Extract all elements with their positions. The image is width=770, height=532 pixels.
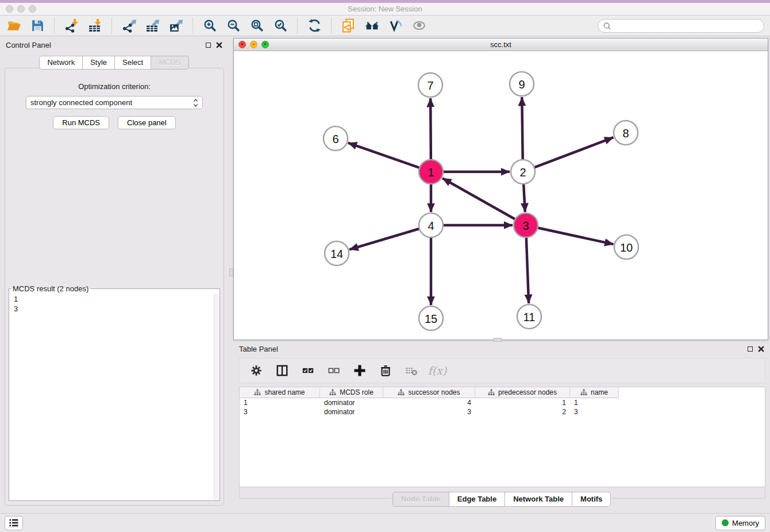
- criterion-select[interactable]: strongly connected component: [26, 96, 203, 109]
- export-table-button[interactable]: [144, 18, 160, 34]
- select-all-icon: [302, 364, 314, 377]
- splitter-grip-vertical[interactable]: [229, 268, 233, 276]
- column-header-MCDS-role[interactable]: MCDS role: [320, 387, 383, 398]
- column-header-predecessor-nodes[interactable]: predecessor nodes: [475, 387, 570, 398]
- style-swoosh-button[interactable]: [387, 18, 403, 34]
- export-image-button[interactable]: [168, 18, 184, 34]
- control-panel-header: Control Panel: [0, 38, 228, 52]
- table-cell: 2: [475, 407, 570, 417]
- mcds-result-lines[interactable]: 13: [9, 293, 220, 315]
- delete-column-button[interactable]: [378, 363, 393, 378]
- tab-node-table[interactable]: Node Table: [392, 492, 449, 507]
- plus-icon: [353, 364, 367, 377]
- import-network-icon: [64, 18, 79, 33]
- search-input[interactable]: [614, 21, 759, 31]
- tab-network-table[interactable]: Network Table: [505, 492, 572, 507]
- node-label-14: 14: [330, 248, 343, 260]
- add-column-button[interactable]: [352, 363, 367, 378]
- edge-3-1[interactable]: [442, 178, 516, 219]
- tab-mcds[interactable]: MCDS: [151, 56, 188, 70]
- close-table-panel-icon[interactable]: [758, 346, 764, 352]
- edge-1-7[interactable]: [430, 98, 431, 160]
- refresh-button[interactable]: [306, 18, 322, 34]
- close-panel-button[interactable]: Close panel: [118, 116, 176, 129]
- column-header-successor-nodes[interactable]: successor nodes: [383, 387, 475, 398]
- table-settings-button[interactable]: [249, 363, 264, 378]
- function-builder-button[interactable]: f(x): [430, 363, 445, 378]
- tab-edge-table[interactable]: Edge Table: [449, 492, 505, 507]
- split-view-button[interactable]: [275, 363, 290, 378]
- tab-motifs[interactable]: Motifs: [572, 492, 611, 507]
- run-mcds-button[interactable]: Run MCDS: [53, 116, 109, 129]
- network-canvas[interactable]: 7968124314101511: [234, 52, 768, 340]
- column-type-icon: [329, 389, 336, 396]
- node-label-4: 4: [428, 219, 434, 232]
- save-session-button[interactable]: [29, 18, 45, 34]
- node-label-1: 1: [428, 166, 434, 179]
- delete-table-icon: [405, 364, 418, 377]
- splitter-grip-horizontal[interactable]: [494, 338, 502, 342]
- network-window-title: scc.txt: [234, 40, 768, 49]
- result-scrollbar[interactable]: [214, 294, 219, 500]
- close-panel-icon[interactable]: [216, 42, 222, 48]
- window-close-button[interactable]: ×: [238, 41, 246, 48]
- zoom-out-button[interactable]: [225, 18, 241, 34]
- delete-table-button[interactable]: [404, 363, 419, 378]
- node-label-11: 11: [523, 311, 536, 323]
- tab-select[interactable]: Select: [115, 56, 151, 70]
- import-table-button[interactable]: [87, 18, 103, 34]
- window-zoom-button[interactable]: +: [261, 41, 269, 48]
- table-panel: Table Panel f(x) shared nameMCDS rolesuc…: [233, 342, 770, 511]
- table-cell: dominator: [320, 398, 383, 407]
- tab-style[interactable]: Style: [83, 56, 115, 70]
- deselect-all-icon: [328, 364, 340, 377]
- table-row[interactable]: 3dominator323: [240, 407, 765, 417]
- control-panel-tabs: NetworkStyleSelectMCDS: [0, 56, 228, 70]
- app-titlebar: Session: New Session: [0, 0, 770, 16]
- edge-4-14[interactable]: [349, 229, 420, 250]
- edge-2-3[interactable]: [523, 183, 525, 212]
- eye-button[interactable]: [411, 18, 427, 34]
- zoom-selected-button[interactable]: [272, 18, 288, 34]
- export-network-button[interactable]: [121, 18, 137, 34]
- column-header-name[interactable]: name: [570, 387, 619, 398]
- tab-network[interactable]: Network: [39, 56, 83, 70]
- app-minimize-button[interactable]: [17, 5, 25, 13]
- edge-1-6[interactable]: [348, 143, 420, 168]
- zoom-fit-button[interactable]: [249, 18, 265, 34]
- home-button[interactable]: [364, 18, 380, 34]
- main-toolbar: [0, 16, 770, 36]
- control-panel: Control Panel NetworkStyleSelectMCDS Opt…: [0, 38, 228, 510]
- app-zoom-button[interactable]: [29, 5, 36, 13]
- float-panel-icon[interactable]: [206, 43, 211, 48]
- table-header-row: shared nameMCDS rolesuccessor nodesprede…: [240, 387, 765, 398]
- node-table[interactable]: shared nameMCDS rolesuccessor nodesprede…: [239, 387, 765, 487]
- network-window-titlebar[interactable]: × − + scc.txt: [234, 38, 768, 51]
- task-history-button[interactable]: [5, 516, 23, 530]
- table-cell: 1: [570, 398, 619, 407]
- clone-network-button[interactable]: [340, 18, 356, 34]
- edge-2-8[interactable]: [534, 137, 614, 168]
- select-all-button[interactable]: [301, 363, 315, 378]
- node-label-2: 2: [519, 166, 526, 179]
- window-minimize-button[interactable]: −: [250, 41, 257, 48]
- zoom-in-button[interactable]: [202, 18, 218, 34]
- import-network-button[interactable]: [63, 18, 79, 34]
- open-session-button[interactable]: [6, 18, 22, 34]
- network-graph[interactable]: 7968124314101511: [234, 52, 768, 340]
- table-body: 1dominator4113dominator323: [240, 398, 765, 417]
- edge-3-10[interactable]: [537, 228, 614, 244]
- edge-2-9[interactable]: [522, 97, 522, 160]
- memory-button[interactable]: Memory: [715, 516, 765, 530]
- float-table-panel-icon[interactable]: [748, 346, 753, 352]
- app-close-button[interactable]: [6, 5, 13, 13]
- column-type-icon: [580, 389, 587, 396]
- table-row[interactable]: 1dominator411: [240, 398, 765, 407]
- edge-3-11[interactable]: [526, 237, 529, 303]
- import-table-icon: [88, 18, 102, 33]
- column-header-shared-name[interactable]: shared name: [240, 387, 320, 398]
- table-panel-header: Table Panel: [233, 342, 770, 356]
- deselect-all-button[interactable]: [326, 363, 341, 378]
- node-label-3: 3: [522, 219, 529, 232]
- export-network-icon: [122, 18, 136, 33]
